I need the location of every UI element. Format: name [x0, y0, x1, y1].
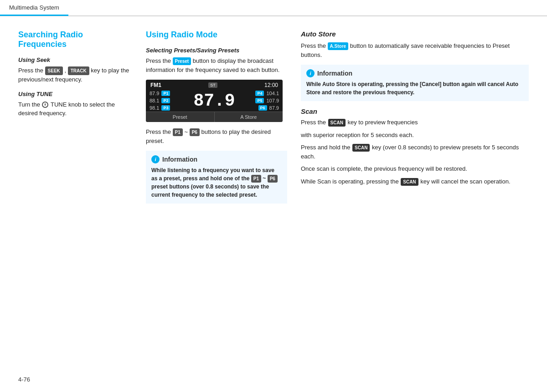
radio-fm-label: FM1	[150, 82, 161, 88]
radio-bottom-buttons: Preset A Store	[146, 112, 283, 122]
mid-section-heading: Using Radio Mode	[146, 30, 287, 40]
page-footer: 4-76	[18, 376, 30, 383]
scan-text-4: Once scan is complete, the previous freq…	[301, 164, 529, 173]
main-content: Searching Radio Frequencies Using Seek P…	[0, 16, 547, 218]
right-info-icon: i	[306, 69, 315, 77]
seek-key-badge: SEEK	[45, 66, 63, 75]
mid-info-box-header: i Information	[151, 155, 282, 163]
page-number: 4-76	[18, 376, 30, 383]
header-title: Multimedia System	[9, 4, 59, 11]
scan-key-badge-1: SCAN	[328, 119, 346, 127]
preset-row-p5: 107.9 P5	[255, 98, 279, 103]
radio-time: 12:00	[264, 82, 278, 88]
p6-key-badge: P6	[190, 128, 200, 136]
selecting-presets-heading: Selecting Presets/Saving Presets	[146, 47, 287, 54]
scan-key-badge-3: SCAN	[401, 178, 418, 186]
right-info-title: Information	[317, 70, 352, 77]
left-column: Searching Radio Frequencies Using Seek P…	[18, 30, 146, 209]
mid-info-text: While listening to a frequency you want …	[151, 166, 282, 199]
radio-astore-button: A Store	[215, 112, 283, 122]
scan-text-1: Press the SCAN key to preview frequencie…	[301, 118, 529, 127]
radio-big-frequency: 87.9	[193, 91, 235, 111]
radio-screen: FM1 ST 12:00 87.9 P1 88.1 P2	[146, 80, 283, 122]
info-p6-badge: P6	[268, 175, 278, 183]
a-store-key-badge: A.Store	[328, 42, 349, 50]
scan-text-2: with superior reception for 5 seconds ea…	[301, 131, 529, 140]
auto-store-heading: Auto Store	[301, 30, 529, 38]
right-info-box-header: i Information	[306, 69, 523, 77]
radio-left-presets: 87.9 P1 88.1 P2 98.1 P3	[150, 91, 186, 111]
using-seek-text: Press the SEEK , TRACK key to play the p…	[18, 66, 132, 84]
header-line	[68, 0, 547, 16]
mid-info-title: Information	[162, 156, 197, 163]
using-tune-text: Turn the TUNE knob to select the desired…	[18, 100, 132, 118]
preset-row-p6: 87.9 P6	[258, 105, 279, 111]
track-key-badge: TRACK	[68, 66, 89, 75]
auto-store-text: Press the A.Store button to automaticall…	[301, 41, 529, 59]
press-p1-p6-text: Press the P1 ~ P6 buttons to play the de…	[146, 127, 287, 145]
preset-row-p1: 87.9 P1	[150, 91, 186, 96]
info-p1-badge: P1	[251, 175, 261, 183]
mid-info-icon: i	[151, 155, 160, 163]
radio-right-presets: 104.1 P4 107.9 P5 87.9 P6	[243, 91, 279, 111]
preset-row-p3: 98.1 P3	[150, 105, 186, 111]
preset-row-p2: 88.1 P2	[150, 98, 186, 103]
preset-key-badge: Preset	[173, 57, 191, 65]
mid-column: Using Radio Mode Selecting Presets/Savin…	[146, 30, 301, 209]
radio-preset-button: Preset	[146, 112, 215, 122]
preset-row-p4: 104.1 P4	[255, 91, 279, 96]
using-seek-heading: Using Seek	[18, 56, 132, 63]
scan-heading: Scan	[301, 107, 529, 115]
page-container: Multimedia System Searching Radio Freque…	[0, 0, 547, 392]
radio-st-badge: ST	[208, 82, 217, 88]
selecting-presets-text: Press the Preset button to display the b…	[146, 56, 287, 74]
scan-text-5: While Scan is operating, pressing the SC…	[301, 177, 529, 186]
scan-key-badge-2: SCAN	[352, 144, 370, 152]
tune-knob-icon	[42, 102, 48, 108]
p1-key-badge: P1	[173, 128, 183, 136]
using-tune-heading: Using TUNE	[18, 91, 132, 97]
left-section-heading: Searching Radio Frequencies	[18, 30, 132, 49]
mid-info-box: i Information While listening to a frequ…	[146, 151, 287, 204]
radio-presets-area: 87.9 P1 88.1 P2 98.1 P3 87.9	[146, 90, 283, 112]
header-bar: Multimedia System	[0, 0, 547, 16]
right-info-box: i Information While Auto Store is operat…	[301, 65, 529, 101]
right-info-text: While Auto Store is operating, pressing …	[306, 80, 523, 97]
radio-center-freq: 87.9	[186, 91, 243, 111]
scan-text-3: Press and hold the SCAN key (over 0.8 se…	[301, 143, 529, 161]
radio-screen-top: FM1 ST 12:00	[146, 80, 283, 90]
right-column: Auto Store Press the A.Store button to a…	[301, 30, 529, 209]
header-title-block: Multimedia System	[0, 0, 68, 16]
